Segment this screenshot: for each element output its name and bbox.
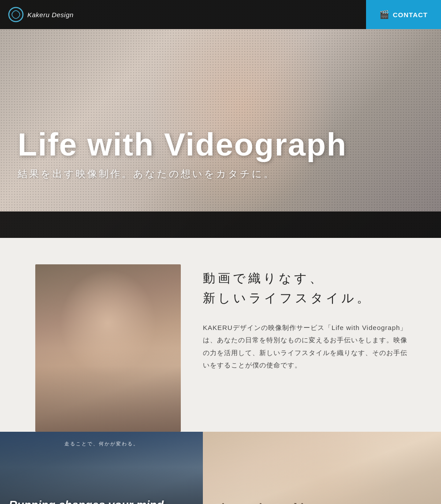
contact-label: CONTACT (393, 11, 428, 19)
header: Kakeru Design 🎬 CONTACT (0, 0, 441, 29)
intro-section: 動画で織りなす、 新しいライフスタイル。 KAKERUデザインの映像制作サービス… (0, 264, 441, 432)
intro-heading: 動画で織りなす、 新しいライフスタイル。 (203, 269, 410, 308)
running-image: 走ることで、何かが変わる。 Running changes your mind. (0, 432, 203, 504)
hero-text-block: Life with Videograph 結果を出す映像制作。あなたの想いをカタ… (18, 127, 347, 181)
intro-body: KAKERUデザインの映像制作サービス「Life with Videograph… (203, 322, 410, 372)
hero-overlay (0, 0, 441, 238)
hero-section: Life with Videograph 結果を出す映像制作。あなたの想いをカタ… (0, 0, 441, 238)
running-title: Running changes your mind. (9, 498, 194, 504)
intro-portrait-image (35, 264, 181, 432)
hero-bottom-bar (0, 211, 441, 238)
logo-area: Kakeru Design (0, 7, 74, 22)
cooking-image: Cinematic Cooking (203, 432, 441, 504)
hero-subtitle: 結果を出す映像制作。あなたの想いをカタチに。 (18, 167, 347, 181)
hero-background (0, 0, 441, 238)
logo-icon (8, 7, 24, 22)
bottom-images-row: 走ることで、何かが変わる。 Running changes your mind.… (0, 432, 441, 504)
contact-button[interactable]: 🎬 CONTACT (366, 0, 441, 29)
svg-point-0 (9, 7, 23, 22)
hero-title: Life with Videograph (18, 127, 347, 162)
cooking-title: Cinematic Cooking (212, 500, 432, 504)
contact-icon: 🎬 (379, 10, 389, 19)
intro-text-block: 動画で織りなす、 新しいライフスタイル。 KAKERUデザインの映像制作サービス… (203, 264, 410, 432)
running-caption: 走ることで、何かが変わる。 (64, 441, 139, 447)
main-content: 動画で織りなす、 新しいライフスタイル。 KAKERUデザインの映像制作サービス… (0, 238, 441, 504)
logo-text: Kakeru Design (27, 11, 74, 19)
